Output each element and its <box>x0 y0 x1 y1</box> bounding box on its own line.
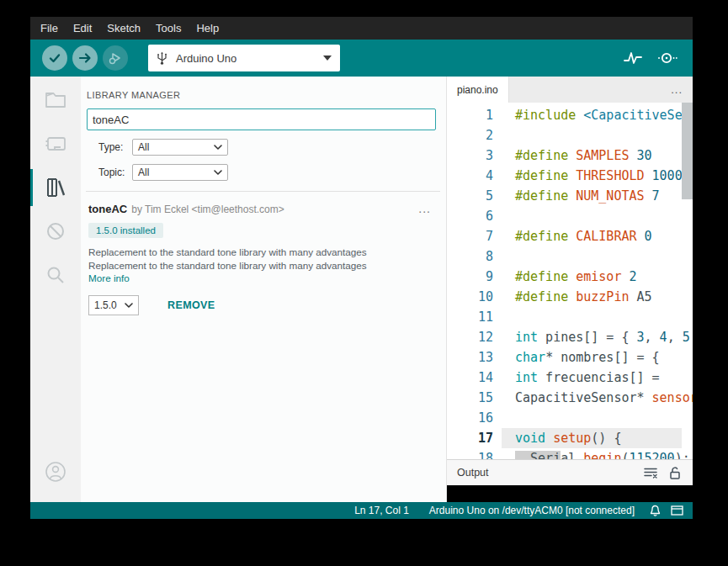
menu-item-file[interactable]: File <box>33 17 66 40</box>
chevron-down-icon <box>214 145 222 150</box>
code-line-text: #define THRESHOLD 1000 <box>502 166 693 186</box>
code-token: #define <box>515 289 568 304</box>
menu-item-help[interactable]: Help <box>189 17 226 40</box>
verify-button[interactable] <box>42 45 67 71</box>
topic-filter-value: All <box>138 167 214 178</box>
sidebar-item-account[interactable] <box>30 450 81 494</box>
chevron-down-icon <box>125 303 133 308</box>
line-number: 4 <box>447 166 493 186</box>
cursor-position[interactable]: Ln 17, Col 1 <box>354 505 409 516</box>
type-filter-label: Type: <box>98 141 132 153</box>
line-number: 12 <box>447 327 493 347</box>
code-line: 11 <box>447 307 693 327</box>
upload-button[interactable] <box>72 45 98 71</box>
code-line-text: char* nombres[] = { <box>502 347 693 368</box>
topic-filter-select[interactable]: All <box>132 164 228 181</box>
code-token: , <box>645 330 660 345</box>
code-token: emisor <box>568 269 621 284</box>
menu-item-tools[interactable]: Tools <box>148 17 189 40</box>
code-token: #define <box>515 188 568 204</box>
output-title: Output <box>457 467 644 479</box>
type-filter-select[interactable]: All <box>132 139 228 156</box>
code-editor[interactable]: 1#include <CapacitiveSensor.h>2 3#define… <box>447 103 693 459</box>
more-info-link[interactable]: More info <box>88 272 434 285</box>
toolbar: Arduino Uno <box>30 40 693 77</box>
type-filter-value: All <box>138 141 214 153</box>
serial-monitor-icon[interactable] <box>656 51 678 65</box>
code-token: void <box>515 431 545 446</box>
library-card-toneac: toneAC by Tim Eckel <tim@leethost.com> .… <box>87 192 436 315</box>
menu-item-edit[interactable]: Edit <box>66 17 99 40</box>
code-token: CALIBRAR <box>568 229 636 244</box>
code-token: 3 <box>637 330 645 345</box>
line-number: 18 <box>447 448 493 459</box>
menu-item-sketch[interactable]: Sketch <box>99 17 148 40</box>
code-token: pines[] = { <box>538 330 636 345</box>
code-line-text: void setup() { <box>502 428 682 448</box>
chevron-down-icon <box>214 170 222 175</box>
line-number: 7 <box>447 226 493 246</box>
sidebar-item-sketchbook[interactable] <box>30 78 81 122</box>
code-token: #include <box>515 108 576 123</box>
line-number: 5 <box>447 186 493 206</box>
toggle-panel-icon[interactable] <box>671 505 683 516</box>
sidebar-item-library-manager[interactable] <box>30 166 81 209</box>
code-token: THRESHOLD <box>568 168 644 183</box>
library-search-input[interactable] <box>87 108 436 130</box>
sidebar-item-boards-manager[interactable] <box>30 122 81 166</box>
code-line: 17void setup() { <box>447 428 693 448</box>
board-status[interactable]: Arduino Uno on /dev/ttyACM0 [not connect… <box>429 505 635 516</box>
code-token: #define <box>515 269 568 284</box>
code-token: A5 <box>629 289 651 304</box>
lock-open-icon[interactable] <box>669 467 681 479</box>
tabbar-more-icon[interactable]: ... <box>661 77 693 103</box>
code-line-text: int frecuencias[] = <box>502 368 693 388</box>
code-token: <CapacitiveSensor.h> <box>583 108 693 123</box>
bell-icon[interactable] <box>650 505 661 516</box>
debug-icon <box>108 50 123 66</box>
library-manager-panel: LIBRARY MANAGER Type: All Topic: All <box>81 77 446 502</box>
code-line-text <box>502 307 693 327</box>
code-token: 5 <box>683 330 690 345</box>
editor-column: piano.ino ... 1#include <CapacitiveSenso… <box>446 77 693 502</box>
code-line-text <box>502 246 693 267</box>
code-token: #define <box>515 148 568 163</box>
activity-sidebar <box>30 77 81 502</box>
card-menu-icon[interactable]: ... <box>415 202 434 215</box>
library-description: Replacement to the standard tone library… <box>88 259 434 272</box>
board-selector[interactable]: Arduino Uno <box>148 45 340 71</box>
code-token: 2 <box>621 269 636 284</box>
serial-plotter-icon[interactable] <box>624 50 642 66</box>
chevron-down-icon <box>323 56 332 61</box>
code-line: 4#define THRESHOLD 1000 <box>447 166 693 186</box>
board-selector-value: Arduino Uno <box>176 52 323 65</box>
check-icon <box>48 51 61 65</box>
code-token: 115200 <box>629 451 674 459</box>
tab-piano-ino[interactable]: piano.ino <box>447 77 509 103</box>
code-line: 15CapacitiveSensor* sensores <box>447 388 693 408</box>
books-icon <box>45 177 66 198</box>
line-number: 3 <box>447 145 493 166</box>
topic-filter-label: Topic: <box>98 167 132 178</box>
debug-button[interactable] <box>103 45 128 71</box>
search-icon <box>45 265 66 285</box>
remove-button[interactable]: REMOVE <box>167 299 215 311</box>
code-line-text: int pines[] = { 3, 4, 5 }; <box>502 327 693 347</box>
sidebar-item-search[interactable] <box>30 253 81 297</box>
version-select[interactable]: 1.5.0 <box>88 295 139 315</box>
code-line: 9#define emisor 2 <box>447 267 693 287</box>
editor-tabbar: piano.ino ... <box>447 77 693 103</box>
code-token: 30 <box>629 148 651 163</box>
statusbar: Ln 17, Col 1 Arduino Uno on /dev/ttyACM0… <box>30 502 693 519</box>
code-line-text: #define SAMPLES 30 <box>502 145 693 166</box>
editor-scrollbar[interactable] <box>682 103 693 199</box>
code-token: Seri <box>515 451 561 459</box>
code-line-text: #define emisor 2 <box>502 267 693 287</box>
code-token: 4 <box>660 330 667 345</box>
sidebar-item-debug[interactable] <box>30 209 81 253</box>
code-line: 18 Serial.begin(115200); <box>447 448 693 459</box>
code-token: * nombres[] = { <box>545 350 667 365</box>
clear-output-icon[interactable] <box>644 467 657 479</box>
panel-title: LIBRARY MANAGER <box>87 90 436 100</box>
code-line-text: Serial.begin(115200); <box>502 448 693 459</box>
